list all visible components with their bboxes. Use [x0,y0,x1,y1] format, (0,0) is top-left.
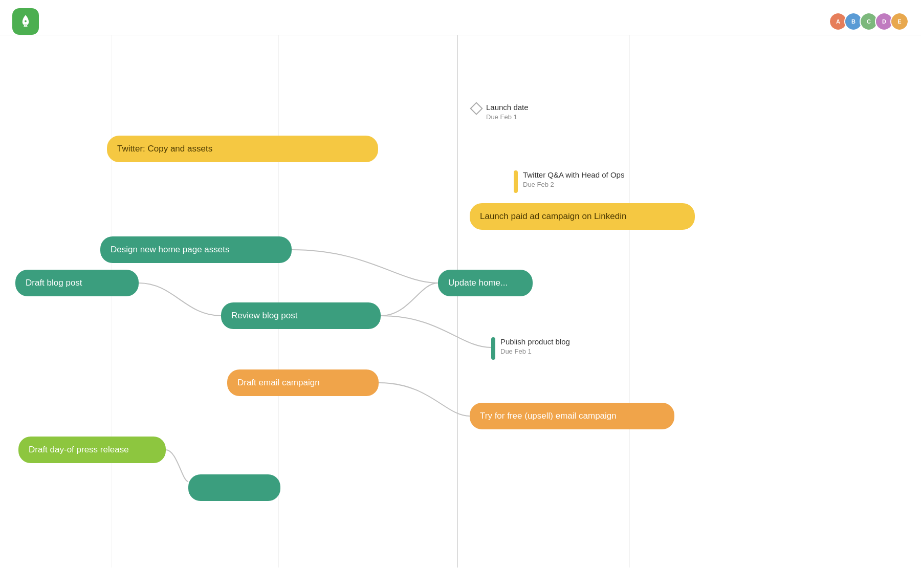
bar-icon [491,337,495,360]
milestone-label: Launch date [486,102,529,113]
milestone-text: Launch date Due Feb 1 [486,102,529,122]
task-launch-linkedin[interactable]: Launch paid ad campaign on Linkedin [470,203,695,230]
milestone-due: Due Feb 2 [523,180,624,189]
milestone-label: Twitter Q&A with Head of Ops [523,169,624,180]
milestone-due: Due Feb 1 [486,113,529,122]
milestone-publish-blog: Publish product blog Due Feb 1 [491,336,570,360]
grid-line-4 [629,35,630,568]
dependency-curves [0,35,921,568]
milestone-label: Publish product blog [500,336,570,347]
diamond-icon [470,102,483,115]
milestone-twitter-qa: Twitter Q&A with Head of Ops Due Feb 2 [514,169,624,193]
task-twitter-copy[interactable]: Twitter: Copy and assets [107,136,378,162]
app-icon [12,8,39,35]
task-try-free[interactable]: Try for free (upsell) email campaign [470,403,674,429]
header-left [47,16,813,27]
grid-line-1 [112,35,112,568]
milestone-text: Twitter Q&A with Head of Ops Due Feb 2 [523,169,624,189]
rocket-icon [18,14,33,29]
task-review-blog[interactable]: Review blog post [221,302,381,329]
task-draft-blog[interactable]: Draft blog post [15,270,139,296]
task-draft-email[interactable]: Draft email campaign [227,369,379,396]
milestone-due: Due Feb 1 [500,347,570,356]
grid-line-3 [457,35,457,568]
avatar-4: E [890,12,909,31]
timeline-canvas: Twitter: Copy and assetsDesign new home … [0,35,921,568]
task-update-home[interactable]: Update home... [438,270,533,296]
task-green-bottom[interactable] [188,474,280,501]
nav-tabs [47,19,813,27]
milestone-text: Publish product blog Due Feb 1 [500,336,570,356]
milestone-launch-date: Launch date Due Feb 1 [472,102,529,122]
header: ABCDE [0,0,921,35]
bar-icon [514,170,518,193]
avatars: ABCDE [829,12,909,31]
task-design-home[interactable]: Design new home page assets [100,236,292,263]
task-draft-press[interactable]: Draft day-of press release [18,437,166,463]
